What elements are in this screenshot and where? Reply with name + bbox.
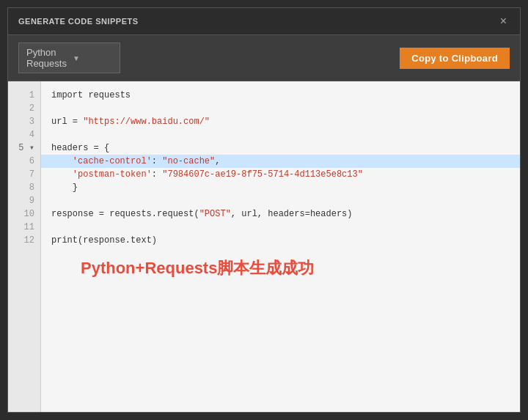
line-number: 12 bbox=[8, 234, 40, 247]
line-number: 9 bbox=[8, 194, 40, 207]
line-number: 7 bbox=[8, 168, 40, 181]
line-number: 3 bbox=[8, 115, 40, 128]
chevron-down-icon: ▼ bbox=[73, 54, 112, 62]
code-line: headers = { bbox=[51, 141, 510, 155]
code-line bbox=[51, 194, 510, 207]
line-number: 10 bbox=[8, 207, 40, 221]
close-button[interactable]: × bbox=[497, 14, 510, 29]
line-number: 1 bbox=[8, 89, 40, 102]
copy-to-clipboard-button[interactable]: Copy to Clipboard bbox=[400, 48, 510, 69]
code-line: print(response.text) bbox=[51, 234, 510, 247]
code-content[interactable]: import requests url = "https://www.baidu… bbox=[41, 81, 520, 412]
code-line: 'postman-token': "7984607c-ae19-8f75-571… bbox=[51, 168, 510, 181]
modal-header: GENERATE CODE SNIPPETS × bbox=[8, 8, 520, 35]
modal-title: GENERATE CODE SNIPPETS bbox=[18, 17, 139, 26]
language-label: Python Requests bbox=[26, 47, 67, 69]
code-area: 12345 ▾6789101112 import requests url = … bbox=[8, 81, 520, 412]
code-line: } bbox=[51, 181, 510, 194]
line-number: 8 bbox=[8, 181, 40, 194]
line-number: 5 ▾ bbox=[8, 141, 40, 155]
line-number: 11 bbox=[8, 221, 40, 234]
code-line: url = "https://www.baidu.com/" bbox=[51, 115, 510, 128]
line-number: 4 bbox=[8, 128, 40, 141]
modal-toolbar: Python Requests ▼ Copy to Clipboard bbox=[8, 35, 520, 81]
success-message: Python+Requests脚本生成成功 bbox=[51, 247, 510, 290]
code-line bbox=[51, 128, 510, 141]
code-line: 'cache-control': "no-cache", bbox=[41, 155, 520, 168]
line-numbers: 12345 ▾6789101112 bbox=[8, 81, 41, 412]
code-line: response = requests.request("POST", url,… bbox=[51, 207, 510, 221]
code-line bbox=[51, 102, 510, 115]
language-dropdown[interactable]: Python Requests ▼ bbox=[18, 43, 120, 73]
code-line: import requests bbox=[51, 89, 510, 102]
line-number: 2 bbox=[8, 102, 40, 115]
line-number: 6 bbox=[8, 155, 40, 168]
code-line bbox=[51, 221, 510, 234]
generate-code-modal: GENERATE CODE SNIPPETS × Python Requests… bbox=[7, 7, 521, 413]
